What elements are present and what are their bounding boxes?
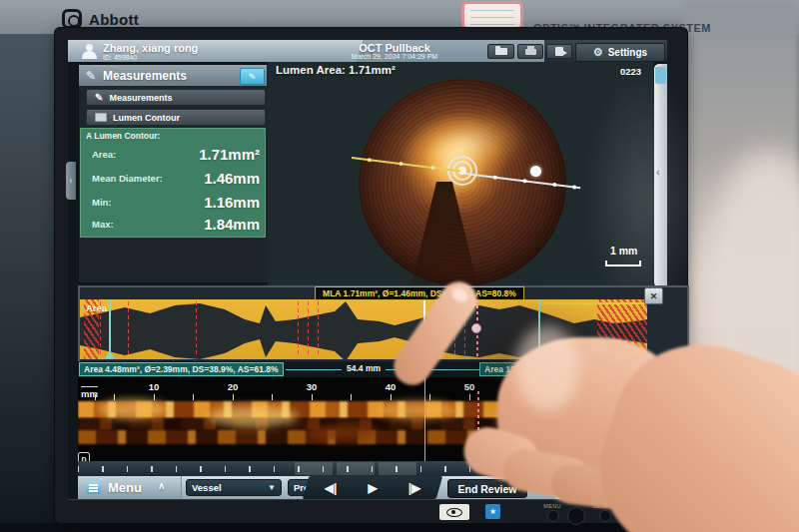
hamburger-icon bbox=[86, 481, 101, 494]
vessel-dropdown[interactable]: Vessel ▼ bbox=[186, 479, 282, 496]
tab-lumen-contour[interactable]: Lumen Contour bbox=[86, 109, 266, 126]
step-forward-icon: |▶ bbox=[408, 481, 421, 495]
tab-measurements-label: Measurements bbox=[109, 93, 172, 103]
longitudinal-frame-line bbox=[424, 377, 425, 461]
folder-icon bbox=[495, 48, 507, 55]
monitor-nav-button[interactable] bbox=[567, 507, 585, 525]
room-background-left bbox=[0, 34, 62, 532]
ruler-unit: mm bbox=[81, 386, 98, 399]
scrubber-segment bbox=[337, 462, 375, 475]
edit-measurement-button[interactable]: ✎ bbox=[240, 68, 265, 85]
proximal-reference-marker[interactable] bbox=[109, 299, 111, 359]
contour-heading: A Lumen Contour: bbox=[86, 131, 160, 141]
frame-tick-red bbox=[308, 301, 309, 357]
play-icon: ▶ bbox=[368, 481, 377, 495]
patient-icon bbox=[82, 44, 97, 59]
scrubber-segment bbox=[379, 462, 416, 475]
measurements-panel-header: Measurements bbox=[79, 65, 267, 86]
panel-collapse-tab[interactable]: ‹ bbox=[66, 162, 76, 200]
measurement-row-area: Area: 1.71mm² bbox=[92, 142, 260, 166]
distal-d-marker: D bbox=[78, 452, 90, 461]
patient-id: ID: 459840 bbox=[103, 54, 137, 61]
close-profile-button[interactable]: ✕ bbox=[644, 287, 663, 304]
lumen-area-readout: Lumen Area: 1.71mm² bbox=[276, 64, 396, 76]
star-icon: ★ bbox=[489, 507, 496, 516]
measurement-row-mean-diameter: Mean Diameter: 1.46mm bbox=[92, 166, 260, 190]
frame-tick-red bbox=[318, 301, 319, 357]
contour-icon bbox=[95, 113, 107, 122]
print-button[interactable] bbox=[517, 44, 543, 59]
measurement-row-max: Max: 1.84mm bbox=[92, 212, 260, 236]
vessel-label: Vessel bbox=[192, 482, 222, 493]
monitor-select-button[interactable] bbox=[599, 510, 611, 522]
tab-lumen-contour-label: Lumen Contour bbox=[113, 113, 180, 123]
acquisition-timestamp: March 29, 2024 7:04:29 PM bbox=[308, 53, 481, 60]
measurements-title: Measurements bbox=[103, 69, 187, 83]
open-folder-button[interactable] bbox=[487, 44, 514, 59]
photo-of-oct-monitor: Abbott OPTIS™ INTEGRATED SYSTEM Zhang, x… bbox=[0, 0, 799, 532]
end-review-label: End Review bbox=[458, 483, 517, 495]
pencil-icon: ✎ bbox=[95, 92, 103, 103]
abbott-logo-icon bbox=[62, 9, 82, 29]
ruler-tick-20: 20 bbox=[228, 381, 239, 392]
ruler-tick-30: 30 bbox=[307, 381, 318, 392]
settings-button[interactable]: ⚙ Settings bbox=[575, 43, 665, 62]
ruler-tick-10: 10 bbox=[149, 381, 160, 392]
abbott-logo-text: Abbott bbox=[89, 11, 139, 28]
pencil-icon: ✎ bbox=[86, 69, 96, 83]
frame-tick-red bbox=[298, 301, 299, 357]
pencil-icon: ✎ bbox=[249, 72, 257, 82]
proximal-annotation[interactable]: Area 4.48mm², Ø=2.39mm, DS=38.9%, AS=61.… bbox=[79, 362, 284, 376]
frame-tick-red bbox=[196, 301, 197, 357]
menu-collapse-button[interactable]: ∧ bbox=[158, 480, 165, 491]
frame-tick-red bbox=[128, 301, 129, 357]
step-back-button[interactable]: ◀| bbox=[315, 479, 347, 496]
scrubber-segment bbox=[295, 462, 333, 475]
export-icon bbox=[555, 47, 563, 56]
triangle-down-icon: ▼ bbox=[268, 483, 276, 492]
menu-button[interactable]: Menu bbox=[78, 476, 182, 499]
ruler-tick-40: 40 bbox=[386, 381, 397, 392]
hand-highlight bbox=[515, 325, 579, 411]
span-length-label: 54.4 mm bbox=[342, 363, 386, 373]
menu-label: Menu bbox=[108, 480, 142, 495]
monitor-menu-button[interactable] bbox=[547, 510, 559, 522]
printer-icon bbox=[525, 49, 536, 55]
monitor-menu-label: MENU bbox=[543, 503, 560, 509]
tab-measurements[interactable]: ✎ Measurements bbox=[86, 89, 266, 106]
profile-axis-label: Area bbox=[86, 302, 107, 313]
step-back-icon: ◀| bbox=[325, 481, 338, 495]
proximal-marker-handle[interactable] bbox=[105, 351, 115, 358]
close-icon: ✕ bbox=[650, 291, 658, 301]
settings-label: Settings bbox=[608, 47, 647, 58]
export-button[interactable] bbox=[546, 44, 572, 59]
energy-star-logo: ★ bbox=[485, 504, 500, 519]
wire-handle-marker[interactable] bbox=[530, 166, 541, 177]
patient-name: Zhang, xiang rong bbox=[103, 42, 198, 54]
step-forward-button[interactable]: |▶ bbox=[399, 479, 430, 496]
chevron-left-icon: ‹ bbox=[70, 176, 73, 186]
gear-icon: ⚙ bbox=[593, 47, 603, 58]
certification-eye-logo bbox=[439, 504, 469, 520]
play-button[interactable]: ▶ bbox=[357, 479, 389, 496]
chevron-up-icon: ∧ bbox=[158, 480, 165, 491]
handwritten-sticker bbox=[461, 1, 523, 30]
measurement-row-min: Min: 1.16mm bbox=[92, 190, 260, 214]
